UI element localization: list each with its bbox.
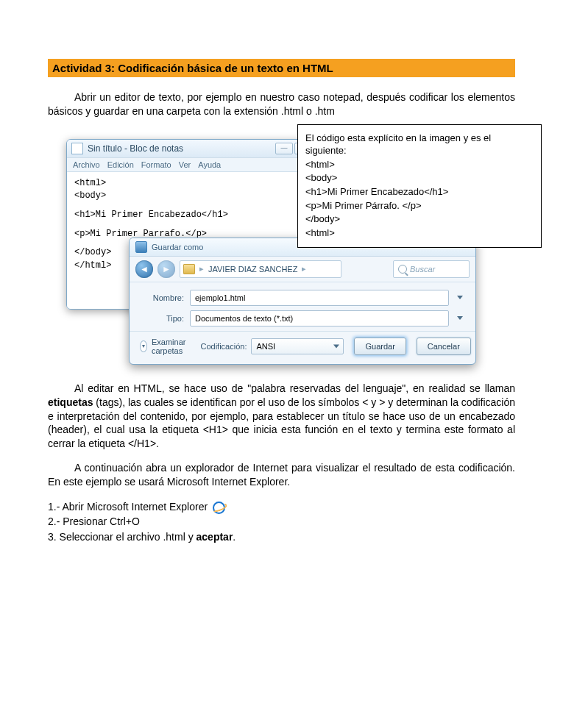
- back-button[interactable]: ◄: [135, 260, 153, 278]
- chevron-right-icon: ▸: [199, 264, 204, 274]
- callout-code: <p>Mi Primer Párrafo. </p>: [305, 199, 534, 213]
- callout-code: <html>: [305, 226, 534, 240]
- code-line: <h1>Mi Primer Encabezado</h1>: [74, 210, 328, 221]
- menu-ver[interactable]: Ver: [179, 160, 191, 169]
- saveas-title: Guardar como: [152, 243, 203, 251]
- code-line: <html>: [74, 178, 328, 190]
- notepad-menubar: Archivo Edición Formato Ver Ayuda: [67, 158, 336, 172]
- browse-folders-toggle[interactable]: ▾ Examinar carpetas: [140, 338, 190, 355]
- filename-label: Nombre:: [140, 293, 184, 302]
- callout-text: El código esta explícito en la imagen y …: [305, 132, 534, 157]
- activity-heading: Actividad 3: Codificación básica de un t…: [48, 59, 515, 77]
- body-paragraph-3: A continuación abra un explorador de Int…: [48, 461, 515, 489]
- search-icon: [398, 265, 407, 274]
- body-paragraph-2: Al editar en HTML, se hace uso de "palab…: [48, 382, 515, 451]
- menu-ayuda[interactable]: Ayuda: [198, 160, 221, 169]
- ie-icon: [212, 501, 224, 513]
- filetype-label: Tipo:: [140, 314, 184, 323]
- code-callout: El código esta explícito en la imagen y …: [297, 124, 542, 248]
- step-2: 2.- Presionar Ctrl+O: [48, 514, 515, 529]
- callout-code: <html>: [305, 158, 534, 171]
- menu-edicion[interactable]: Edición: [107, 160, 134, 169]
- minimize-button[interactable]: —: [275, 143, 293, 154]
- save-button[interactable]: Guardar: [354, 338, 406, 355]
- chevron-down-icon: ▾: [140, 340, 147, 352]
- document-icon: [71, 143, 83, 154]
- disk-icon: [135, 241, 147, 253]
- folder-icon: [183, 264, 195, 274]
- callout-code: <h1>Mi Primer Encabezado</h1>: [305, 185, 534, 199]
- notepad-title: Sin título - Bloc de notas: [88, 143, 183, 154]
- menu-archivo[interactable]: Archivo: [73, 160, 100, 169]
- saveas-navbar: ◄ ► ▸ JAVIER DIAZ SANCHEZ ▸ Buscar: [130, 257, 475, 282]
- step-1: 1.- Abrir Microsoft Internet Explorer: [48, 499, 515, 514]
- code-line: <body>: [74, 190, 328, 202]
- intro-paragraph: Abrir un editor de texto, por ejemplo en…: [48, 90, 515, 118]
- screenshot-figure: Sin título - Bloc de notas — ▢ ✕ Archivo…: [48, 129, 515, 364]
- search-input[interactable]: Buscar: [393, 260, 470, 278]
- chevron-right-icon: ▸: [302, 264, 306, 274]
- encoding-select[interactable]: ANSI: [251, 338, 344, 354]
- callout-code: <body>: [305, 171, 534, 185]
- encoding-label: Codificación:: [200, 342, 247, 351]
- filetype-select[interactable]: Documentos de texto (*.txt): [190, 310, 449, 326]
- cancel-button[interactable]: Cancelar: [417, 338, 471, 355]
- breadcrumb[interactable]: ▸ JAVIER DIAZ SANCHEZ ▸: [180, 260, 341, 278]
- step-3: 3. Seleccionar el archivo .html y acepta…: [48, 529, 515, 544]
- forward-button[interactable]: ►: [157, 260, 175, 278]
- callout-code: </body>: [305, 213, 534, 226]
- breadcrumb-user: JAVIER DIAZ SANCHEZ: [208, 265, 297, 274]
- steps-list: 1.- Abrir Microsoft Internet Explorer 2.…: [48, 499, 515, 544]
- menu-formato[interactable]: Formato: [141, 160, 171, 169]
- notepad-titlebar: Sin título - Bloc de notas — ▢ ✕: [67, 140, 336, 158]
- save-as-dialog: Guardar como ◄ ► ▸ JAVIER DIAZ SANCHEZ ▸…: [129, 238, 476, 365]
- chevron-down-icon[interactable]: [457, 316, 463, 320]
- search-placeholder: Buscar: [410, 265, 435, 274]
- filename-input[interactable]: ejemplo1.html: [190, 290, 449, 306]
- chevron-down-icon[interactable]: [457, 296, 463, 299]
